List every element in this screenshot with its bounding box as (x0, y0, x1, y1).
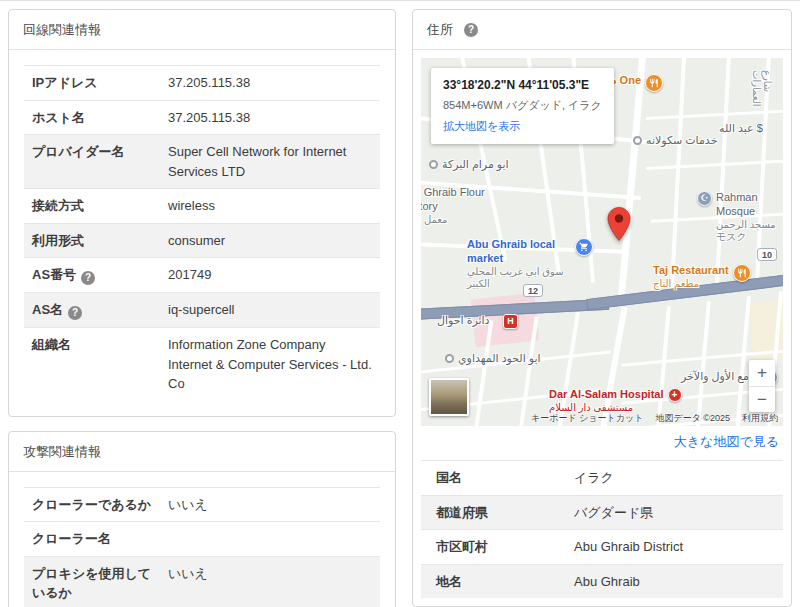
poi-label: جامع الأول والآخر (681, 370, 759, 384)
poi-sublabel: سوق ابي غريب المحلي الكبير (467, 266, 571, 291)
row-label: 市区町村 (436, 539, 488, 554)
row-label: プロバイダー名 (32, 144, 125, 159)
poi-abu-maram[interactable]: ابو مرام البركة (429, 158, 509, 172)
poi-dot-icon (445, 354, 454, 363)
row-as-number: AS番号? 201749 (24, 258, 380, 293)
row-label: 国名 (436, 470, 462, 485)
panel-title: 攻撃関連情報 (23, 442, 101, 461)
poi-label: خدمات سكولانه (646, 134, 717, 148)
row-value: iq-supercell (160, 293, 380, 328)
google-map[interactable]: 10 12 مطعم One خدمات سكولانه (421, 58, 783, 426)
zoom-control: + − (749, 360, 775, 412)
row-ip-address: IPアドレス 37.205.115.38 (24, 66, 380, 101)
route-badge: 12 (523, 284, 543, 297)
big-map-link-row: 大きな地図で見る (421, 426, 783, 460)
panel-line-info-header: 回線関連情報 (9, 10, 395, 50)
mosque-icon: ☪ (697, 191, 712, 206)
help-icon[interactable]: ? (81, 271, 95, 285)
keyboard-shortcuts-link[interactable]: キーボード ショートカット (531, 412, 643, 425)
hospital-cross-icon: + (668, 388, 682, 402)
map-coordinates: 33°18'20.2"N 44°11'05.3"E (443, 78, 602, 92)
help-icon[interactable]: ? (464, 23, 478, 37)
row-value: wireless (160, 189, 380, 224)
restaurant-icon (645, 74, 663, 92)
row-is-crawler: クローラーであるか いいえ (24, 487, 380, 522)
row-value: 201749 (160, 258, 380, 293)
poi-abdullah[interactable]: عبد الله $ (719, 122, 763, 136)
row-usage-type: 利用形式 consumer (24, 223, 380, 258)
street-view-thumbnail[interactable] (429, 378, 469, 416)
panel-line-info: 回線関連情報 IPアドレス 37.205.115.38 ホスト名 37.205.… (8, 9, 396, 417)
poi-label: عبد الله $ (719, 122, 763, 136)
zoom-out-button[interactable]: − (749, 386, 775, 412)
panel-attack-info: 攻撃関連情報 クローラーであるか いいえ クローラー名 プロ (8, 431, 396, 607)
poi-taj-restaurant[interactable]: Taj Restaurant مطعم التاج (653, 264, 751, 290)
shopping-cart-icon (575, 238, 593, 256)
route-badge: 10 (757, 248, 777, 261)
poi-label: ابو مرام البركة (442, 158, 509, 172)
restaurant-icon (733, 264, 751, 282)
row-value: いいえ (160, 487, 380, 522)
poi-sublabel: モスク (716, 231, 783, 244)
poi-sublabel: مطعم التاج (653, 278, 729, 291)
row-value: イラク (566, 461, 783, 496)
map-data-copyright: 地図データ ©2025 (655, 412, 730, 425)
row-value: 37.205.115.38 (160, 66, 380, 101)
row-value (160, 522, 380, 557)
poi-daira-ahwal[interactable]: دائرة احوال (437, 314, 490, 328)
help-icon[interactable]: ? (68, 306, 82, 320)
row-as-name: AS名? iq-supercell (24, 293, 380, 328)
poi-label: ابو الحود المهداوي (458, 352, 541, 366)
attack-info-table: クローラーであるか いいえ クローラー名 プロキシを使用しているか いいえ (24, 487, 380, 607)
right-column: 住所 ? (412, 9, 792, 607)
poi-dot-icon (429, 160, 438, 169)
poi-hospital-marker[interactable]: H (503, 314, 518, 329)
row-label: クローラー名 (32, 531, 111, 546)
row-label: ホスト名 (32, 110, 85, 125)
map-info-card: 33°18'20.2"N 44°11'05.3"E 854M+6WM バグダッド… (431, 68, 614, 144)
line-info-table: IPアドレス 37.205.115.38 ホスト名 37.205.115.38 … (24, 65, 380, 401)
panel-address: 住所 ? (412, 9, 792, 607)
address-table: 国名 イラク 都道府県 バグダード県 市区町村 Abu Ghraib Distr… (421, 460, 783, 598)
terms-link[interactable]: 利用規約 (742, 412, 778, 425)
row-label: プロキシを使用しているか (32, 566, 151, 601)
row-country: 国名 イラク (421, 461, 783, 496)
poi-flour-factory[interactable]: Abu Ghraib Flour Factory معمل الباك (421, 186, 487, 226)
expand-map-link[interactable]: 拡大地図を表示 (443, 119, 602, 134)
map-pin-icon[interactable] (607, 206, 631, 246)
row-label: 接続方式 (32, 198, 84, 213)
poi-label: Abu Ghraib Flour Factory (421, 186, 487, 214)
row-label: AS名 (32, 302, 63, 317)
row-connection-type: 接続方式 wireless (24, 189, 380, 224)
poi-rahman-mosque[interactable]: ☪ Rahman Mosque مسجد الرحمن モスク (697, 191, 783, 244)
left-column: 回線関連情報 IPアドレス 37.205.115.38 ホスト名 37.205.… (8, 9, 396, 607)
row-label: 利用形式 (32, 233, 84, 248)
poi-label: Rahman Mosque (716, 191, 783, 219)
poi-label: Abu Ghraib local market (467, 238, 571, 266)
poi-label: Dar Al-Salam Hospital (549, 388, 664, 402)
hospital-icon: H (503, 314, 518, 329)
row-hostname: ホスト名 37.205.115.38 (24, 100, 380, 135)
poi-abu-alhud[interactable]: ابو الحود المهداوي (445, 352, 541, 366)
row-label: 地名 (436, 574, 462, 589)
row-value: いいえ (160, 556, 380, 607)
row-value: Abu Ghraib (566, 564, 783, 598)
poi-khadamat[interactable]: خدمات سكولانه (633, 134, 717, 148)
panel-attack-info-header: 攻撃関連情報 (9, 432, 395, 472)
row-value: Super Cell Network for Internet Services… (160, 135, 380, 189)
zoom-in-button[interactable]: + (749, 360, 775, 386)
row-value: consumer (160, 223, 380, 258)
poi-dot-icon (633, 136, 642, 145)
row-value: Abu Ghraib District (566, 530, 783, 565)
row-label: AS番号 (32, 267, 76, 282)
poi-sublabel: معمل الباك (421, 214, 487, 227)
view-larger-map-link[interactable]: 大きな地図で見る (674, 434, 779, 449)
page: 回線関連情報 IPアドレス 37.205.115.38 ホスト名 37.205.… (0, 1, 800, 607)
panel-title: 回線関連情報 (23, 20, 101, 39)
row-city: 市区町村 Abu Ghraib District (421, 530, 783, 565)
row-label: IPアドレス (32, 75, 98, 90)
panel-attack-info-body: クローラーであるか いいえ クローラー名 プロキシを使用しているか いいえ (9, 472, 395, 607)
panel-address-header: 住所 ? (413, 10, 791, 50)
poi-local-market[interactable]: Abu Ghraib local market سوق ابي غريب الم… (467, 238, 593, 291)
row-prefecture: 都道府県 バグダード県 (421, 495, 783, 530)
